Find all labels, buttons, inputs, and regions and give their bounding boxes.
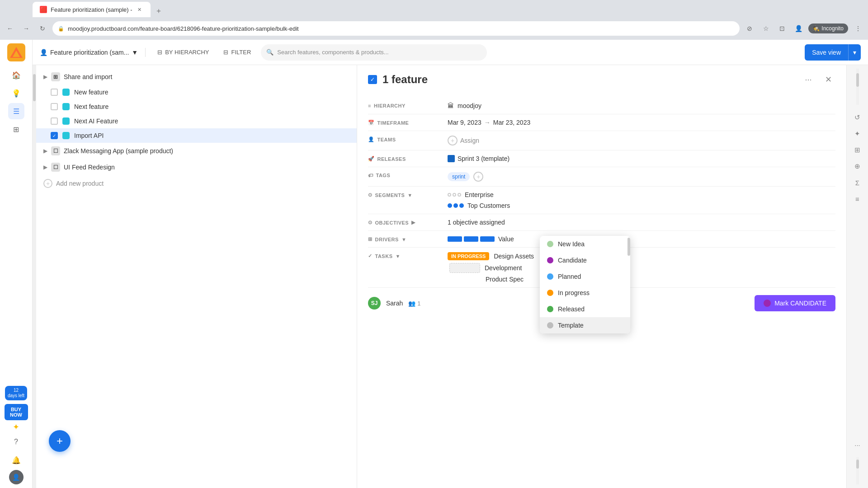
notifications-icon[interactable]: 🔔: [8, 452, 24, 468]
drivers-value[interactable]: Value: [448, 235, 835, 243]
dropdown-item-released[interactable]: Released: [540, 301, 630, 317]
fab-add-button[interactable]: +: [49, 430, 71, 452]
left-scroll-thumb: [33, 74, 36, 101]
content-area: 👤 Feature prioritization (sam... ▼ ⊟ BY …: [33, 40, 868, 488]
user-avatar[interactable]: 👤: [9, 470, 24, 484]
save-view-dropdown-icon[interactable]: ▾: [849, 49, 861, 56]
segment-dots: [448, 193, 461, 197]
sidebar-refresh-icon[interactable]: ↺: [850, 110, 865, 125]
top-bar: 👤 Feature prioritization (sam... ▼ ⊟ BY …: [33, 40, 868, 65]
filter-button[interactable]: ⊟ FILTER: [219, 46, 255, 58]
forward-button[interactable]: →: [20, 22, 33, 35]
help-icon[interactable]: ?: [8, 434, 24, 450]
left-scrollbar[interactable]: [33, 65, 36, 488]
app-layout: 🏠 💡 ☰ ⊞ 12 days left BUY NOW ✦ ? 🔔 👤 👤 F…: [0, 40, 868, 488]
detail-more-button[interactable]: ···: [801, 72, 816, 87]
tag-chip[interactable]: sprint: [448, 172, 470, 181]
add-product-label: Add new product: [56, 180, 104, 187]
back-button[interactable]: ←: [4, 22, 16, 35]
toolbar-icons: ⊘ ☆ ⊡ 👤 🕵 Incognito ⋮: [743, 22, 864, 35]
assign-button[interactable]: + Assign: [448, 136, 479, 145]
sidebar-sparkle-icon[interactable]: ✦: [850, 127, 865, 141]
menu-icon[interactable]: ⋮: [852, 22, 864, 35]
active-tab[interactable]: 🟥 Feature prioritization (sample) - ✕: [33, 2, 151, 17]
sidebar-plus-icon[interactable]: ⊕: [850, 159, 865, 174]
extensions-icon[interactable]: ⊡: [776, 22, 788, 35]
drivers-icon: ⊞: [368, 236, 373, 242]
feature-color-dot: [62, 117, 70, 125]
sidebar-sigma-icon[interactable]: Σ: [850, 175, 865, 190]
follower-count: 👥 1: [408, 300, 420, 307]
sidebar-lightbulb-icon[interactable]: 💡: [8, 85, 24, 101]
sidebar-menu-icon[interactable]: ≡: [850, 192, 865, 206]
app-logo[interactable]: [7, 43, 25, 61]
camera-icon[interactable]: ⊘: [743, 22, 756, 35]
teams-icon: 👤: [368, 136, 375, 142]
tasks-value[interactable]: IN PROGRESS Design Assets Development Pr…: [448, 252, 835, 283]
dropdown-item-in-progress[interactable]: In progress: [540, 285, 630, 301]
segments-value[interactable]: Enterprise Top Customers: [448, 191, 835, 209]
star-icon[interactable]: ☆: [760, 22, 772, 35]
teams-value[interactable]: + Assign: [448, 136, 835, 145]
hierarchy-label: BY HIERARCHY: [165, 49, 209, 56]
detail-select-all[interactable]: ✓: [368, 75, 377, 84]
objectives-label: ⊙ OBJECTIVES ▶: [368, 219, 440, 225]
profile-icon[interactable]: 👤: [792, 22, 805, 35]
task-product-spec: Product Spec: [448, 276, 524, 283]
detail-header: ✓ 1 feature ··· ✕: [368, 72, 835, 87]
hierarchy-value[interactable]: 🏛 moodjoy: [448, 102, 835, 109]
add-tag-button[interactable]: +: [473, 172, 483, 182]
view-dropdown-icon: ▼: [132, 49, 138, 56]
search-bar[interactable]: 🔍 Search features, components & products…: [261, 44, 487, 61]
group-zlack[interactable]: ▶ ☐ Zlack Messaging App (sample product): [36, 143, 357, 159]
feature-row-import-api[interactable]: ✓ Import API: [36, 128, 357, 143]
refresh-button[interactable]: ↻: [36, 22, 49, 35]
view-icon: 👤: [40, 49, 47, 56]
mark-candidate-button[interactable]: Mark CANDIDATE: [755, 295, 835, 311]
dropdown-item-new-idea[interactable]: New Idea: [540, 236, 630, 252]
group-name: Share and import: [64, 73, 112, 80]
feature-row-next-ai[interactable]: Next AI Feature: [36, 114, 357, 128]
dropdown-item-candidate[interactable]: Candidate: [540, 252, 630, 268]
sidebar-home-icon[interactable]: 🏠: [8, 67, 24, 83]
candidate-dot: [547, 257, 553, 263]
dropdown-scrollbar[interactable]: [627, 236, 630, 333]
sidebar-more-icon[interactable]: ···: [850, 437, 865, 452]
objectives-icon: ⊙: [368, 220, 373, 225]
feature-row-new-feature[interactable]: New feature: [36, 85, 357, 99]
tags-value[interactable]: sprint +: [448, 172, 835, 182]
sparkle-icon: ✦: [13, 422, 19, 432]
add-product-button[interactable]: + Add new product: [36, 175, 357, 192]
dropdown-item-planned[interactable]: Planned: [540, 268, 630, 285]
sidebar-chart-icon[interactable]: ⊞: [8, 121, 24, 137]
feature-checkbox[interactable]: [51, 89, 58, 96]
buy-now-button[interactable]: BUY NOW: [5, 404, 28, 420]
feature-checkbox-checked[interactable]: ✓: [51, 132, 58, 139]
timeframe-value[interactable]: Mar 9, 2023 → Mar 23, 2023: [448, 119, 835, 126]
search-icon: 🔍: [266, 49, 274, 56]
objectives-value[interactable]: 1 objective assigned: [448, 219, 835, 226]
detail-teams-row: 👤 TEAMS + Assign: [368, 131, 835, 150]
group-share-import[interactable]: ▶ ⊞ Share and import: [36, 69, 357, 85]
feature-color-dot: [62, 103, 70, 110]
close-tab-button[interactable]: ✕: [136, 6, 143, 13]
tasks-label: ✓ TASKS ▼: [368, 252, 440, 259]
hierarchy-button[interactable]: ⊟ BY HIERARCHY: [153, 46, 213, 58]
view-name-selector[interactable]: 👤 Feature prioritization (sam... ▼: [40, 49, 138, 56]
detail-close-button[interactable]: ✕: [821, 72, 835, 87]
feature-checkbox[interactable]: [51, 103, 58, 110]
feature-checkbox[interactable]: [51, 117, 58, 125]
group-ui-feed[interactable]: ▶ ☐ UI Feed Redesign: [36, 159, 357, 175]
dropdown-item-template[interactable]: Template: [540, 317, 630, 333]
address-bar[interactable]: 🔒 moodjoy.productboard.com/feature-board…: [52, 21, 740, 36]
releases-icon: 🚀: [368, 156, 375, 162]
feature-row-next-feature[interactable]: Next feature: [36, 99, 357, 114]
sidebar-list-icon[interactable]: ☰: [8, 103, 24, 119]
releases-value[interactable]: Sprint 3 (template): [448, 155, 835, 162]
save-view-button[interactable]: Save view ▾: [805, 44, 861, 61]
detail-tags-row: 🏷 TAGS sprint +: [368, 167, 835, 187]
sidebar-grid-icon[interactable]: ⊞: [850, 143, 865, 157]
follower-icon: 👥: [408, 300, 415, 307]
new-tab-button[interactable]: ＋: [152, 5, 165, 17]
hierarchy-org-icon: 🏛: [448, 102, 454, 109]
